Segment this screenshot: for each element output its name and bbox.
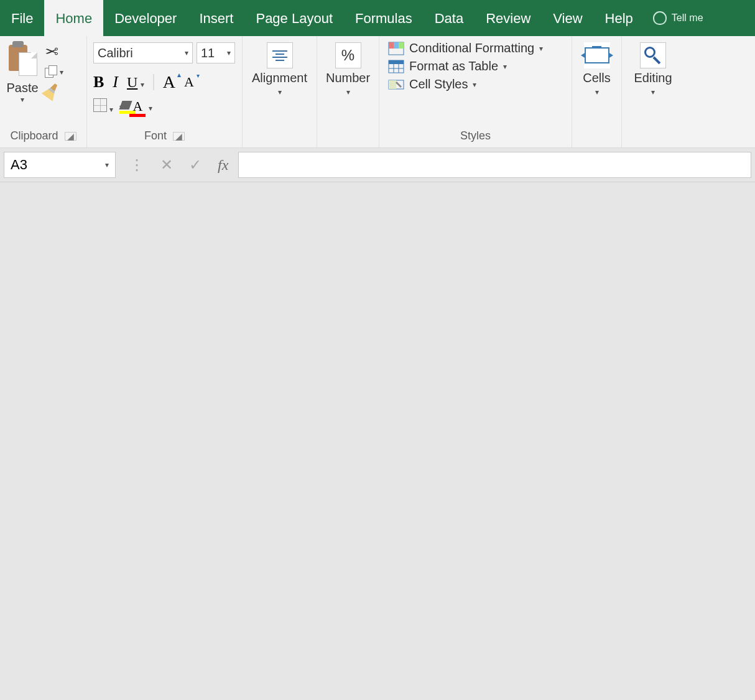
- font-color-icon: A: [129, 98, 146, 114]
- tab-developer[interactable]: Developer: [103, 0, 188, 36]
- format-as-table-icon: [388, 60, 404, 73]
- number-dropdown[interactable]: ▾: [346, 88, 350, 96]
- group-editing: Editing ▾: [622, 36, 684, 147]
- cancel-formula-icon[interactable]: ✕: [160, 156, 173, 174]
- font-launcher[interactable]: ◢: [173, 132, 185, 141]
- font-name-combo[interactable]: Calibri▾: [93, 42, 193, 63]
- clipboard-launcher[interactable]: ◢: [65, 132, 76, 141]
- fill-color-button[interactable]: ▾: [119, 101, 123, 112]
- svg-rect-3: [399, 42, 404, 49]
- borders-button[interactable]: ▾: [93, 98, 113, 114]
- group-alignment: Alignment ▾: [243, 36, 317, 147]
- group-label-clipboard: Clipboard: [10, 129, 58, 142]
- svg-rect-2: [394, 42, 399, 49]
- group-styles: Conditional Formatting▾ Format as Table▾…: [379, 36, 572, 147]
- format-as-table-button[interactable]: Format as Table▾: [388, 59, 543, 73]
- group-cells: Cells ▾: [572, 36, 622, 147]
- copy-button[interactable]: ▾: [45, 65, 63, 79]
- brush-icon: [42, 80, 62, 101]
- cells-dropdown[interactable]: ▾: [595, 88, 599, 96]
- paste-icon[interactable]: [6, 41, 39, 80]
- tab-review[interactable]: Review: [475, 0, 542, 36]
- number-button[interactable]: % Number ▾: [321, 40, 375, 140]
- group-label-font: Font: [144, 129, 167, 142]
- format-painter-button[interactable]: [45, 83, 63, 99]
- enter-formula-icon[interactable]: ✓: [189, 156, 201, 174]
- formula-input[interactable]: [238, 152, 751, 178]
- formula-bar-expand[interactable]: [0, 182, 755, 238]
- italic-button[interactable]: I: [113, 73, 118, 91]
- font-color-button[interactable]: A ▾: [129, 98, 152, 114]
- alignment-button[interactable]: Alignment ▾: [247, 40, 312, 140]
- tab-insert[interactable]: Insert: [188, 0, 244, 36]
- ribbon: Paste ▾ ✂ ▾ Clipboard◢ Calibri▾ 11▾ B I …: [0, 36, 755, 148]
- bold-button[interactable]: B: [93, 73, 104, 91]
- tab-data[interactable]: Data: [424, 0, 475, 36]
- conditional-formatting-button[interactable]: Conditional Formatting▾: [388, 41, 543, 55]
- borders-icon: [93, 98, 107, 112]
- svg-rect-1: [389, 42, 394, 49]
- cells-label: Cells: [583, 71, 610, 85]
- cell-styles-button[interactable]: Cell Styles▾: [388, 77, 543, 91]
- paste-button[interactable]: Paste: [6, 81, 38, 95]
- group-font: Calibri▾ 11▾ B I U ▾ A▴ A▾ ▾ ▾ A ▾ Font◢: [87, 36, 243, 147]
- fx-menu-icon[interactable]: ⋮: [129, 156, 144, 174]
- cell-styles-icon: [388, 78, 404, 91]
- paste-dropdown[interactable]: ▾: [21, 95, 24, 104]
- alignment-label: Alignment: [252, 71, 307, 85]
- find-icon: [640, 42, 666, 68]
- underline-button[interactable]: U: [127, 74, 137, 90]
- tab-page-layout[interactable]: Page Layout: [244, 0, 344, 36]
- copy-icon: [45, 65, 58, 79]
- font-size-combo[interactable]: 11▾: [197, 42, 235, 63]
- tab-formulas[interactable]: Formulas: [344, 0, 424, 36]
- tab-view[interactable]: View: [542, 0, 593, 36]
- alignment-dropdown[interactable]: ▾: [278, 88, 282, 96]
- editing-label: Editing: [634, 71, 672, 85]
- grow-font-button[interactable]: A▴: [163, 72, 175, 92]
- cells-icon: [584, 42, 610, 68]
- fx-icon[interactable]: fx: [218, 157, 228, 174]
- svg-rect-10: [389, 80, 396, 89]
- conditional-formatting-icon: [388, 42, 404, 55]
- tell-me-search[interactable]: Tell me: [644, 0, 712, 36]
- group-label-styles: Styles: [460, 129, 491, 142]
- svg-rect-5: [389, 60, 404, 64]
- name-box[interactable]: A3▾: [4, 152, 116, 178]
- ribbon-tab-bar: File Home Developer Insert Page Layout F…: [0, 0, 755, 36]
- tab-file[interactable]: File: [0, 0, 44, 36]
- alignment-icon: [267, 42, 293, 68]
- formula-bar: A3▾ ⋮ ✕ ✓ fx: [0, 148, 755, 182]
- editing-dropdown[interactable]: ▾: [651, 88, 655, 96]
- group-clipboard: Paste ▾ ✂ ▾ Clipboard◢: [0, 36, 87, 147]
- tab-home[interactable]: Home: [44, 0, 103, 36]
- tab-help[interactable]: Help: [594, 0, 644, 36]
- scissors-icon: ✂: [45, 42, 58, 62]
- percent-icon: %: [335, 42, 361, 68]
- cut-button[interactable]: ✂: [45, 42, 63, 62]
- lightbulb-icon: [653, 11, 667, 25]
- cells-button[interactable]: Cells ▾: [578, 40, 615, 140]
- group-number: % Number ▾: [317, 36, 379, 147]
- underline-dropdown[interactable]: ▾: [141, 80, 144, 89]
- tell-me-label: Tell me: [672, 12, 703, 24]
- number-label: Number: [326, 71, 370, 85]
- shrink-font-button[interactable]: A▾: [184, 74, 194, 90]
- editing-button[interactable]: Editing ▾: [629, 40, 677, 140]
